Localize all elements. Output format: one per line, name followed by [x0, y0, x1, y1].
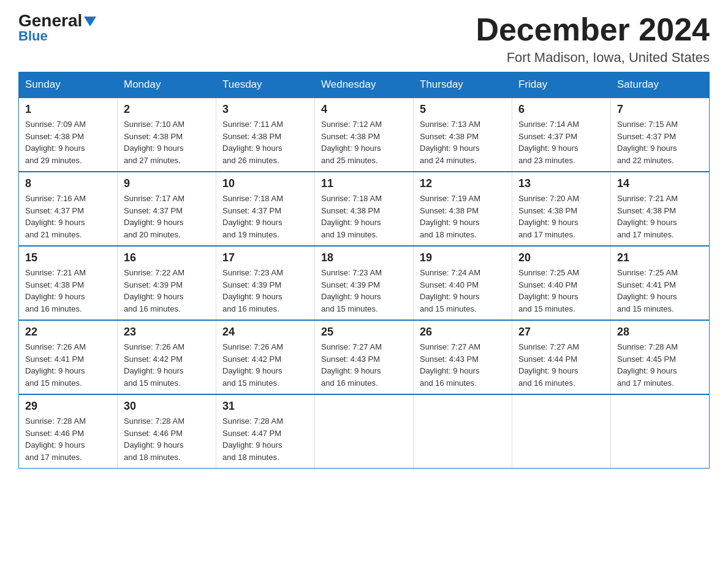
day-info: Sunrise: 7:27 AM Sunset: 4:43 PM Dayligh… [321, 341, 407, 389]
day-info: Sunrise: 7:23 AM Sunset: 4:39 PM Dayligh… [321, 267, 407, 315]
day-number: 29 [25, 400, 111, 413]
day-number: 1 [25, 103, 111, 116]
calendar-cell: 26 Sunrise: 7:27 AM Sunset: 4:43 PM Dayl… [414, 320, 512, 394]
day-number: 18 [321, 251, 407, 264]
calendar-cell: 27 Sunrise: 7:27 AM Sunset: 4:44 PM Dayl… [512, 320, 611, 394]
page-header: General Blue December 2024 Fort Madison,… [18, 12, 710, 66]
day-number: 4 [321, 103, 407, 116]
calendar-cell: 18 Sunrise: 7:23 AM Sunset: 4:39 PM Dayl… [315, 246, 414, 320]
calendar-cell: 20 Sunrise: 7:25 AM Sunset: 4:40 PM Dayl… [512, 246, 611, 320]
logo-general-text: General [18, 12, 96, 29]
day-info: Sunrise: 7:21 AM Sunset: 4:38 PM Dayligh… [25, 267, 111, 315]
day-info: Sunrise: 7:26 AM Sunset: 4:41 PM Dayligh… [25, 341, 111, 389]
calendar-cell: 23 Sunrise: 7:26 AM Sunset: 4:42 PM Dayl… [118, 320, 216, 394]
calendar-cell: 10 Sunrise: 7:18 AM Sunset: 4:37 PM Dayl… [216, 172, 315, 246]
day-info: Sunrise: 7:24 AM Sunset: 4:40 PM Dayligh… [420, 267, 506, 315]
day-info: Sunrise: 7:13 AM Sunset: 4:38 PM Dayligh… [420, 118, 506, 166]
day-number: 23 [124, 326, 210, 339]
day-info: Sunrise: 7:16 AM Sunset: 4:37 PM Dayligh… [25, 193, 111, 240]
day-number: 11 [321, 177, 407, 190]
month-title: December 2024 [476, 12, 710, 47]
calendar-cell [512, 394, 611, 469]
day-info: Sunrise: 7:26 AM Sunset: 4:42 PM Dayligh… [124, 341, 210, 389]
day-number: 13 [518, 177, 604, 190]
calendar-header-row: SundayMondayTuesdayWednesdayThursdayFrid… [19, 72, 710, 98]
calendar-cell: 13 Sunrise: 7:20 AM Sunset: 4:38 PM Dayl… [512, 172, 611, 246]
day-number: 3 [222, 103, 308, 116]
calendar-cell: 15 Sunrise: 7:21 AM Sunset: 4:38 PM Dayl… [19, 246, 118, 320]
calendar-cell: 7 Sunrise: 7:15 AM Sunset: 4:37 PM Dayli… [611, 98, 710, 172]
day-number: 16 [124, 251, 210, 264]
day-info: Sunrise: 7:23 AM Sunset: 4:39 PM Dayligh… [222, 267, 308, 315]
day-info: Sunrise: 7:10 AM Sunset: 4:38 PM Dayligh… [124, 118, 210, 166]
day-info: Sunrise: 7:12 AM Sunset: 4:38 PM Dayligh… [321, 118, 407, 166]
calendar-cell [611, 394, 710, 469]
day-number: 2 [124, 103, 210, 116]
calendar-cell: 9 Sunrise: 7:17 AM Sunset: 4:37 PM Dayli… [118, 172, 216, 246]
calendar-cell: 28 Sunrise: 7:28 AM Sunset: 4:45 PM Dayl… [611, 320, 710, 394]
day-number: 25 [321, 326, 407, 339]
day-info: Sunrise: 7:27 AM Sunset: 4:44 PM Dayligh… [518, 341, 604, 389]
day-number: 9 [124, 177, 210, 190]
header-monday: Monday [118, 72, 216, 98]
calendar-cell: 25 Sunrise: 7:27 AM Sunset: 4:43 PM Dayl… [315, 320, 414, 394]
day-info: Sunrise: 7:25 AM Sunset: 4:41 PM Dayligh… [617, 267, 703, 315]
day-info: Sunrise: 7:21 AM Sunset: 4:38 PM Dayligh… [617, 193, 703, 240]
week-row-5: 29 Sunrise: 7:28 AM Sunset: 4:46 PM Dayl… [19, 394, 710, 469]
calendar-cell: 4 Sunrise: 7:12 AM Sunset: 4:38 PM Dayli… [315, 98, 414, 172]
day-info: Sunrise: 7:18 AM Sunset: 4:37 PM Dayligh… [222, 193, 308, 240]
day-number: 22 [25, 326, 111, 339]
calendar-cell: 3 Sunrise: 7:11 AM Sunset: 4:38 PM Dayli… [216, 98, 315, 172]
day-number: 15 [25, 251, 111, 264]
day-number: 17 [222, 251, 308, 264]
header-thursday: Thursday [414, 72, 512, 98]
day-info: Sunrise: 7:11 AM Sunset: 4:38 PM Dayligh… [222, 118, 308, 166]
week-row-4: 22 Sunrise: 7:26 AM Sunset: 4:41 PM Dayl… [19, 320, 710, 394]
day-info: Sunrise: 7:20 AM Sunset: 4:38 PM Dayligh… [518, 193, 604, 240]
week-row-1: 1 Sunrise: 7:09 AM Sunset: 4:38 PM Dayli… [19, 98, 710, 172]
week-row-3: 15 Sunrise: 7:21 AM Sunset: 4:38 PM Dayl… [19, 246, 710, 320]
calendar-cell: 31 Sunrise: 7:28 AM Sunset: 4:47 PM Dayl… [216, 394, 315, 469]
day-number: 14 [617, 177, 703, 190]
calendar-cell: 8 Sunrise: 7:16 AM Sunset: 4:37 PM Dayli… [19, 172, 118, 246]
calendar-cell: 19 Sunrise: 7:24 AM Sunset: 4:40 PM Dayl… [414, 246, 512, 320]
calendar-cell: 29 Sunrise: 7:28 AM Sunset: 4:46 PM Dayl… [19, 394, 118, 469]
day-info: Sunrise: 7:22 AM Sunset: 4:39 PM Dayligh… [124, 267, 210, 315]
day-number: 31 [222, 400, 308, 413]
calendar-cell [414, 394, 512, 469]
header-tuesday: Tuesday [216, 72, 315, 98]
calendar-cell: 17 Sunrise: 7:23 AM Sunset: 4:39 PM Dayl… [216, 246, 315, 320]
day-info: Sunrise: 7:19 AM Sunset: 4:38 PM Dayligh… [420, 193, 506, 240]
day-info: Sunrise: 7:26 AM Sunset: 4:42 PM Dayligh… [222, 341, 308, 389]
logo-triangle-icon [84, 17, 96, 26]
day-info: Sunrise: 7:28 AM Sunset: 4:47 PM Dayligh… [222, 415, 308, 463]
day-info: Sunrise: 7:25 AM Sunset: 4:40 PM Dayligh… [518, 267, 604, 315]
day-number: 30 [124, 400, 210, 413]
day-info: Sunrise: 7:18 AM Sunset: 4:38 PM Dayligh… [321, 193, 407, 240]
calendar-cell [315, 394, 414, 469]
calendar-cell: 24 Sunrise: 7:26 AM Sunset: 4:42 PM Dayl… [216, 320, 315, 394]
day-number: 6 [518, 103, 604, 116]
day-number: 21 [617, 251, 703, 264]
day-number: 12 [420, 177, 506, 190]
header-friday: Friday [512, 72, 611, 98]
calendar-cell: 11 Sunrise: 7:18 AM Sunset: 4:38 PM Dayl… [315, 172, 414, 246]
calendar-cell: 6 Sunrise: 7:14 AM Sunset: 4:37 PM Dayli… [512, 98, 611, 172]
day-number: 19 [420, 251, 506, 264]
logo: General Blue [18, 12, 96, 44]
calendar-cell: 12 Sunrise: 7:19 AM Sunset: 4:38 PM Dayl… [414, 172, 512, 246]
calendar-cell: 21 Sunrise: 7:25 AM Sunset: 4:41 PM Dayl… [611, 246, 710, 320]
day-number: 27 [518, 326, 604, 339]
calendar-cell: 1 Sunrise: 7:09 AM Sunset: 4:38 PM Dayli… [19, 98, 118, 172]
calendar-cell: 2 Sunrise: 7:10 AM Sunset: 4:38 PM Dayli… [118, 98, 216, 172]
day-number: 7 [617, 103, 703, 116]
header-saturday: Saturday [611, 72, 710, 98]
calendar-cell: 5 Sunrise: 7:13 AM Sunset: 4:38 PM Dayli… [414, 98, 512, 172]
day-number: 8 [25, 177, 111, 190]
logo-blue-text: Blue [18, 28, 48, 44]
location: Fort Madison, Iowa, United States [476, 50, 710, 66]
header-sunday: Sunday [19, 72, 118, 98]
day-number: 10 [222, 177, 308, 190]
day-info: Sunrise: 7:28 AM Sunset: 4:46 PM Dayligh… [124, 415, 210, 463]
week-row-2: 8 Sunrise: 7:16 AM Sunset: 4:37 PM Dayli… [19, 172, 710, 246]
